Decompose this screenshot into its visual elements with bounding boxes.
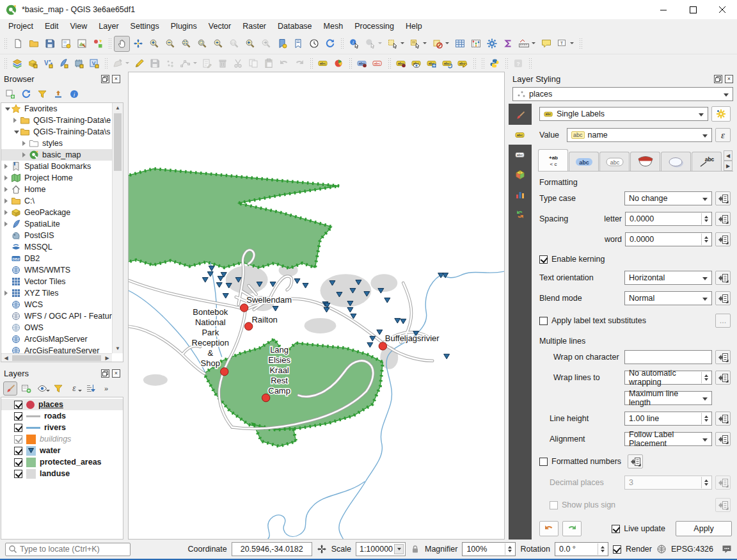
browser-item-home[interactable]: Home xyxy=(1,184,112,195)
layer-visibility-checkbox[interactable] xyxy=(14,447,22,455)
run-feature-action-button[interactable] xyxy=(362,36,378,52)
toolbar-grip[interactable] xyxy=(340,37,344,50)
menu-layer[interactable]: Layer xyxy=(93,20,124,32)
browser-item-ows[interactable]: OWS xyxy=(1,322,112,333)
expander-collapsed-icon[interactable] xyxy=(22,152,29,157)
browser-item-qgis-training-data-e[interactable]: QGIS-Training-Data\e xyxy=(1,115,112,126)
letter-spacing-override-button[interactable] xyxy=(715,212,731,226)
wrap-character-override-button[interactable] xyxy=(715,350,731,364)
move-label-button[interactable]: abc xyxy=(424,56,440,70)
wrap-mode-select[interactable]: Maximum line length xyxy=(624,391,712,405)
statistical-summary-button[interactable] xyxy=(468,36,484,52)
temporal-controller-button[interactable] xyxy=(306,36,322,52)
coordinate-field[interactable]: 20.5946,-34.0182 xyxy=(232,542,312,556)
styling-float-button[interactable] xyxy=(714,75,722,83)
expander-collapsed-icon[interactable] xyxy=(4,164,11,169)
undo-button[interactable] xyxy=(276,56,292,70)
menu-raster[interactable]: Raster xyxy=(237,20,272,32)
text-orientation-override-button[interactable] xyxy=(715,271,731,285)
zoom-out-button[interactable] xyxy=(162,36,178,52)
expander-collapsed-icon[interactable] xyxy=(4,187,11,192)
current-edits-button[interactable] xyxy=(110,56,125,70)
filter-legend-button[interactable] xyxy=(51,381,65,396)
browser-refresh-button[interactable] xyxy=(19,87,33,101)
expander-collapsed-icon[interactable] xyxy=(4,198,11,204)
toolbar-grip[interactable] xyxy=(504,57,509,70)
line-height-override-button[interactable] xyxy=(715,412,731,426)
browser-item-wcs[interactable]: WCS xyxy=(1,299,112,310)
crs-value[interactable]: EPSG:4326 xyxy=(671,545,713,554)
show-layout-manager-button[interactable] xyxy=(74,36,90,52)
expander-collapsed-icon[interactable] xyxy=(22,141,29,146)
toolbar-grip[interactable] xyxy=(3,57,8,70)
filter-by-expression-button[interactable]: ε xyxy=(67,381,81,396)
layer-item-places[interactable]: places xyxy=(1,399,123,410)
browser-add-selected-layers-button[interactable] xyxy=(3,87,17,101)
styling-close-button[interactable]: × xyxy=(725,75,733,83)
toolbar-grip[interactable] xyxy=(309,57,313,70)
expander-expanded-icon[interactable] xyxy=(13,128,20,136)
pan-map-button[interactable] xyxy=(114,36,130,52)
save-project-button[interactable] xyxy=(42,36,58,52)
layer-item-landuse[interactable]: landuse xyxy=(1,468,123,479)
pin-unpin-labels-button[interactable]: abc xyxy=(393,56,409,70)
toolbar-grip[interactable] xyxy=(348,57,353,70)
browser-item-styles[interactable]: styles xyxy=(1,138,112,149)
wrap-lines-input[interactable]: No automatic wrapping xyxy=(624,371,712,385)
browser-item-project-home[interactable]: Project Home xyxy=(1,172,112,184)
browser-item-vector-tiles[interactable]: Vector Tiles xyxy=(1,276,112,287)
rotation-input[interactable]: 0.0 ° xyxy=(555,542,608,556)
menu-database[interactable]: Database xyxy=(272,20,318,32)
styling-tab-diagrams[interactable] xyxy=(509,184,532,204)
format-tabs-scroll-right[interactable]: ▶ xyxy=(724,161,733,171)
browser-item-arcgisfeatureserver[interactable]: ArcGisFeatureServer xyxy=(1,345,112,353)
map-canvas[interactable]: SwellendamRailtonBontebokNationalParkRec… xyxy=(128,72,505,540)
toolbar-grip[interactable] xyxy=(528,57,532,70)
new-virtual-layer-button[interactable]: V xyxy=(86,56,102,70)
zoom-next-button[interactable] xyxy=(258,36,274,52)
layer-item-rivers[interactable]: rivers xyxy=(1,422,123,433)
locate-input[interactable] xyxy=(20,545,127,554)
copy-features-button[interactable] xyxy=(246,56,261,70)
scale-select[interactable]: 1:100000 xyxy=(356,542,406,556)
zoom-full-button[interactable] xyxy=(178,36,194,52)
menu-plugins[interactable]: Plugins xyxy=(165,20,203,32)
type-case-select[interactable]: No change xyxy=(624,191,712,205)
browser-filter-button[interactable] xyxy=(35,87,49,101)
toolbar-grip[interactable] xyxy=(480,57,485,70)
styling-redo-button[interactable] xyxy=(562,521,582,536)
add-feature-button[interactable] xyxy=(162,56,178,70)
show-plus-sign-checkbox[interactable] xyxy=(550,501,558,509)
apply-substitutes-checkbox[interactable] xyxy=(539,317,548,325)
layer-visibility-checkbox[interactable] xyxy=(14,470,22,478)
word-spacing-input[interactable]: 0.0000 xyxy=(625,232,712,246)
styling-layer-select[interactable]: places xyxy=(512,87,733,101)
cut-features-button[interactable] xyxy=(230,56,246,70)
show-bookmarks-button[interactable] xyxy=(290,36,306,52)
alignment-select[interactable]: Follow Label Placement xyxy=(624,432,712,446)
zoom-last-button[interactable] xyxy=(242,36,258,52)
zoom-to-layer-button[interactable] xyxy=(210,36,226,52)
manage-map-themes-button[interactable] xyxy=(35,381,49,396)
show-plus-override-button[interactable] xyxy=(715,498,731,512)
browser-item-xyz-tiles[interactable]: XYZ Tiles xyxy=(1,287,112,299)
select-by-value-button[interactable] xyxy=(407,36,423,52)
extents-icon[interactable] xyxy=(317,544,327,554)
browser-item-favorites[interactable]: Favorites xyxy=(1,103,112,115)
pan-to-selection-button[interactable] xyxy=(130,36,146,52)
redo-button[interactable] xyxy=(292,56,307,70)
browser-item-mssql[interactable]: MSSQL xyxy=(1,241,112,253)
data-source-manager-button[interactable] xyxy=(10,56,25,70)
new-bookmark-button[interactable] xyxy=(274,36,290,52)
format-tab-formatting[interactable]: abc xyxy=(569,152,599,171)
rotate-label-button[interactable]: abc xyxy=(440,56,455,70)
format-tab-callouts[interactable]: abc xyxy=(692,152,722,171)
toolbar-grip[interactable] xyxy=(578,37,583,50)
line-height-input[interactable]: 1.00 line xyxy=(624,412,712,426)
blend-mode-select[interactable]: Normal xyxy=(624,291,712,305)
menu-processing[interactable]: Processing xyxy=(349,20,400,32)
highlight-pinned-labels-button[interactable]: abc xyxy=(354,56,370,70)
layer-item-protected_areas[interactable]: protected_areas xyxy=(1,456,123,468)
browser-collapse-all-button[interactable] xyxy=(51,87,65,101)
vertex-tool-button[interactable] xyxy=(178,56,193,70)
